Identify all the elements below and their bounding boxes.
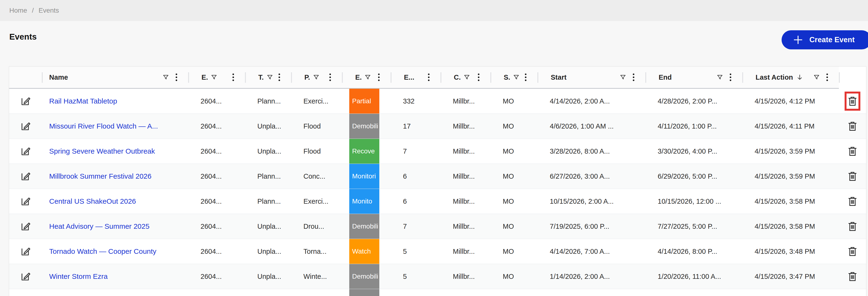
breadcrumb: Home / Events	[9, 7, 59, 14]
column-menu-icon[interactable]	[632, 73, 635, 81]
filter-icon[interactable]	[717, 74, 723, 80]
column-menu-icon[interactable]	[477, 73, 480, 81]
cell-last-action: 4/15/2026, 3:58 PM	[742, 214, 839, 239]
cell-event-number: 2604...	[188, 114, 245, 139]
delete-icon[interactable]	[847, 246, 858, 257]
event-name-link[interactable]: Millbrook Summer Festival 2026	[49, 172, 151, 180]
delete-icon[interactable]	[847, 145, 858, 157]
filter-icon[interactable]	[620, 74, 626, 80]
header-county[interactable]: C.	[440, 67, 490, 89]
header-label: End	[659, 73, 672, 81]
cell-county: Millbr...	[440, 89, 490, 113]
delete-icon[interactable]	[847, 271, 858, 282]
delete-icon[interactable]	[847, 196, 858, 207]
header-last-action[interactable]: Last Action	[742, 67, 839, 89]
cell-state: MO	[490, 139, 537, 164]
cell-state: MO	[490, 189, 537, 214]
delete-icon[interactable]	[847, 221, 858, 232]
event-name-link[interactable]: Rail HazMat Tabletop	[49, 97, 117, 105]
edit-icon[interactable]	[20, 196, 31, 207]
column-menu-icon[interactable]	[278, 73, 280, 81]
column-menu-icon[interactable]	[329, 73, 331, 81]
cell-county: Millbr...	[440, 214, 490, 239]
cell-event-number: 2604...	[188, 89, 245, 113]
column-menu-icon[interactable]	[175, 73, 178, 81]
header-label: E.	[202, 73, 208, 81]
table-row: Spring Severe Weather Outbreak 2604... U…	[9, 139, 866, 164]
page-title: Events	[9, 32, 37, 41]
cell-count: 7	[391, 214, 440, 239]
table-row: Winter Storm Ezra 2604... Unpla... Winte…	[9, 264, 866, 289]
breadcrumb-home-link[interactable]: Home	[9, 7, 27, 14]
cell-end: 10/15/2026, 12:00 ...	[645, 189, 742, 214]
filter-icon[interactable]	[464, 74, 470, 80]
header-status[interactable]: E.	[342, 67, 391, 89]
edit-icon[interactable]	[20, 170, 31, 182]
event-name-link[interactable]: Spring Severe Weather Outbreak	[49, 147, 155, 155]
table-row: Rail HazMat Tabletop 2604... Plann... Ex…	[9, 89, 866, 114]
edit-icon[interactable]	[20, 271, 31, 282]
cell-county: Millbr...	[440, 239, 490, 264]
event-name-link[interactable]: Missouri River Flood Watch — A...	[49, 122, 158, 130]
cell-end: 1/20/2026, 11:00 A...	[645, 264, 742, 289]
event-name-link[interactable]: Heat Advisory — Summer 2025	[49, 222, 150, 230]
column-menu-icon[interactable]	[428, 73, 430, 81]
create-event-label: Create Event	[809, 36, 855, 44]
event-name-link[interactable]: Winter Storm Ezra	[49, 272, 108, 281]
cell-last-action: 4/15/2026, 3:48 PM	[742, 239, 839, 264]
filter-icon[interactable]	[513, 74, 520, 80]
status-badge: Monito	[349, 189, 379, 214]
filter-icon[interactable]	[813, 74, 820, 80]
sort-descending-icon[interactable]	[796, 74, 803, 80]
column-menu-icon[interactable]	[378, 73, 380, 81]
header-event-number[interactable]: E.	[188, 67, 245, 89]
edit-icon[interactable]	[20, 246, 31, 257]
header-state[interactable]: S.	[490, 67, 537, 89]
event-name-link[interactable]: Tornado Watch — Cooper County	[49, 248, 156, 256]
header-end[interactable]: End	[645, 67, 742, 89]
table-row: Tornado Watch — Cooper County 2604... Un…	[9, 239, 866, 264]
column-menu-icon[interactable]	[232, 73, 235, 81]
cell-state: MO	[490, 114, 537, 139]
header-count[interactable]: E...	[391, 67, 440, 89]
edit-icon[interactable]	[20, 145, 31, 157]
filter-icon[interactable]	[365, 74, 371, 80]
column-menu-icon[interactable]	[525, 73, 527, 81]
cell-type: Unpla...	[245, 114, 291, 139]
header-type[interactable]: T.	[245, 67, 291, 89]
create-event-button[interactable]: Create Event	[782, 30, 868, 50]
edit-icon[interactable]	[20, 95, 31, 107]
cell-last-action: 4/15/2026, 3:58 PM	[742, 189, 839, 214]
edit-icon[interactable]	[20, 121, 31, 132]
cell-end: 4/28/2026, 2:00 P...	[645, 89, 742, 113]
filter-icon[interactable]	[313, 74, 319, 80]
header-name[interactable]: Name	[42, 67, 188, 89]
cell-start: 1/14/2026, 2:00 A...	[537, 264, 645, 289]
delete-icon[interactable]	[847, 95, 858, 107]
cell-event-number: 2604...	[188, 189, 245, 214]
delete-icon[interactable]	[847, 170, 858, 182]
cell-start: 4/6/2026, 1:00 AM ...	[537, 114, 645, 139]
event-name-link[interactable]: Central US ShakeOut 2026	[49, 197, 136, 205]
cell-state: MO	[490, 214, 537, 239]
plus-icon	[793, 34, 804, 45]
filter-icon[interactable]	[267, 74, 273, 80]
column-menu-icon[interactable]	[729, 73, 732, 81]
cell-start: 4/14/2026, 2:00 A...	[537, 89, 645, 113]
status-badge: Watch	[349, 239, 379, 264]
cell-event-number: 2604...	[188, 139, 245, 164]
edit-icon[interactable]	[20, 221, 31, 232]
cell-state: MO	[490, 164, 537, 189]
filter-icon[interactable]	[162, 74, 169, 80]
cell-end: 6/29/2026, 5:00 P...	[645, 164, 742, 189]
column-menu-icon[interactable]	[826, 73, 828, 81]
header-label: Start	[551, 73, 566, 81]
cell-state: MO	[490, 239, 537, 264]
delete-icon[interactable]	[847, 121, 858, 132]
filter-icon[interactable]	[211, 74, 217, 80]
table-row: Heat Advisory — Summer 2025 2604... Unpl…	[9, 214, 866, 239]
header-primary-hazard[interactable]: P.	[291, 67, 342, 89]
status-badge	[349, 289, 379, 296]
header-start[interactable]: Start	[537, 67, 645, 89]
cell-start: 6/27/2026, 3:00 A...	[537, 164, 645, 189]
